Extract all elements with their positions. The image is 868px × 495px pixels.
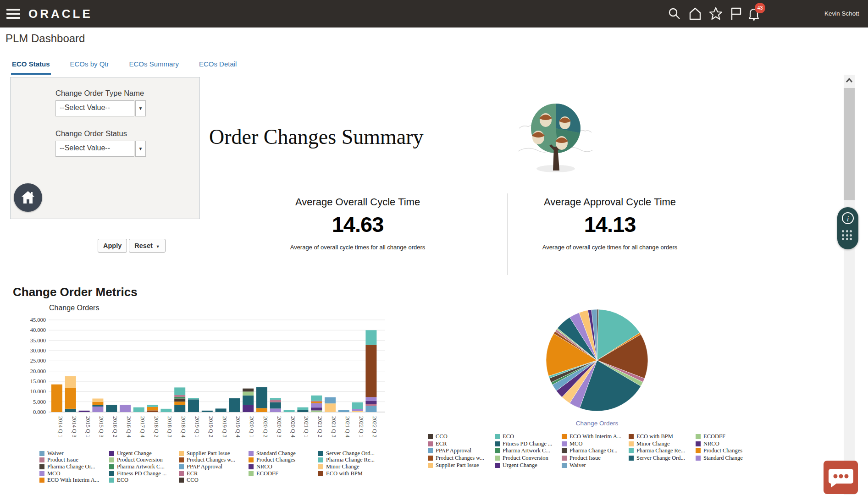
bar-segment [256,408,267,412]
svg-text:2017 Q 4: 2017 Q 4 [139,416,146,438]
bar-segment [256,387,267,408]
search-icon[interactable] [667,6,682,21]
legend-label: ECO [117,477,128,484]
vertical-scrollbar[interactable] [844,75,855,495]
bar-segment [106,405,117,412]
bar-segment [243,396,254,405]
change-order-status-label: Change Order Status [55,129,127,138]
metric-value: 14.63 [220,212,495,237]
legend-label: Server Change Ord... [636,455,685,462]
legend-label: Product Changes w... [187,456,235,463]
svg-text:30.000: 30.000 [30,347,46,354]
bar-segment [297,407,308,410]
bar-segment [202,411,213,412]
favorites-icon[interactable] [708,6,723,21]
svg-text:0.000: 0.000 [33,409,46,415]
change-order-type-select[interactable]: --Select Value-- [55,100,134,116]
legend-item: ECO With Interim A... [39,477,109,484]
legend-swatch [428,448,433,453]
legend-item: Product Conversion [495,455,562,462]
legend-item: Fitness PD Change ... [109,470,179,477]
legend-swatch [249,457,254,462]
tab-ecos-summary[interactable]: ECOs Summary [128,58,180,75]
legend-label: ECR [187,470,198,477]
metric-title: Average Approval Cycle Time [472,196,747,208]
bar-segment [147,407,158,411]
svg-text:2014 Q 1: 2014 Q 1 [57,416,64,438]
scrollbar-up-icon[interactable] [844,77,855,86]
svg-text:2014 Q 3: 2014 Q 3 [71,416,77,438]
chevron-down-icon[interactable]: ▼ [135,141,146,157]
scrollbar-thumb[interactable] [844,88,855,200]
svg-text:15.000: 15.000 [30,378,46,385]
home-icon [20,190,36,205]
bar-segment [174,399,185,402]
legend-label: ECO With Interim A... [569,433,621,440]
bar-segment [352,409,363,411]
legend-label: Product Conversion [117,456,163,463]
legend-swatch [318,457,323,462]
bar-segment [311,407,322,410]
svg-text:25.000: 25.000 [30,358,46,364]
bar-segment [147,410,158,412]
tab-ecos-detail[interactable]: ECOs Detail [198,58,238,75]
tab-ecos-by-qtr[interactable]: ECOs by Qtr [69,58,110,75]
legend-label: Product Changes [703,447,742,454]
svg-text:2019 Q 4: 2019 Q 4 [235,416,241,438]
bar-segment [270,402,281,409]
metric-approval-cycle-time: Average Approval Cycle Time 14.13 Averag… [472,196,747,251]
bar-segment [311,396,322,401]
svg-text:35.000: 35.000 [30,337,46,344]
legend-swatch [249,451,254,456]
bar-segment [325,397,336,403]
bar-segment [243,391,254,395]
legend-item: ECODFF [249,470,318,477]
chat-button[interactable] [824,461,858,494]
legend-swatch [428,463,433,468]
svg-text:2021 Q 2: 2021 Q 2 [317,416,323,438]
change-order-status-select[interactable]: --Select Value-- [55,141,134,157]
bar-segment [338,410,349,412]
legend-swatch [696,456,701,461]
bar-segment [311,401,322,402]
legend-item: Fitness PD Change ... [495,440,562,448]
dashboard-home-button[interactable] [14,183,42,212]
svg-text:2020 Q 4: 2020 Q 4 [290,416,296,438]
legend-swatch [39,471,44,476]
flag-icon[interactable] [729,6,743,21]
tab-eco-status[interactable]: ECO Status [11,58,51,75]
legend-item: Pharma Artwork C... [495,447,562,455]
change-order-type-label: Change Order Type Name [55,89,144,98]
legend-swatch [495,441,500,446]
reset-button[interactable]: Reset▼ [129,239,165,253]
legend-swatch [562,456,567,461]
legend-label: ECR [436,440,447,447]
bar-segment [311,402,322,403]
legend-item: Urgent Change [109,450,179,457]
svg-text:10.000: 10.000 [30,388,46,395]
legend-item: Supplier Part Issue [428,462,495,469]
bar-segment [65,409,76,412]
legend-item: Minor Change [629,440,696,448]
legend-label: Pharma Change Re... [636,447,685,454]
menu-icon[interactable] [6,9,20,19]
legend-item: NRCO [696,440,763,448]
svg-text:2016 Q 2: 2016 Q 2 [112,416,118,438]
info-widget-button[interactable]: i [837,207,858,249]
grid-dots-icon[interactable] [842,230,855,240]
legend-label: Fitness PD Change ... [503,440,552,447]
user-name[interactable]: Kevin Schott [824,0,859,28]
bar-chart-title: Change Orders [49,304,99,312]
apply-button[interactable]: Apply [98,239,127,253]
bar-segment [133,407,144,412]
home-icon[interactable] [688,6,702,21]
legend-label: Product Changes [256,456,295,463]
info-icon[interactable]: i [842,212,854,224]
bar-segment [352,411,363,412]
legend-item: Server Change Ord... [629,455,696,462]
legend-swatch [629,448,634,453]
legend-swatch [109,464,114,469]
chevron-down-icon[interactable]: ▼ [135,100,146,116]
legend-label: Product Issue [47,456,78,463]
legend-swatch [109,478,114,483]
